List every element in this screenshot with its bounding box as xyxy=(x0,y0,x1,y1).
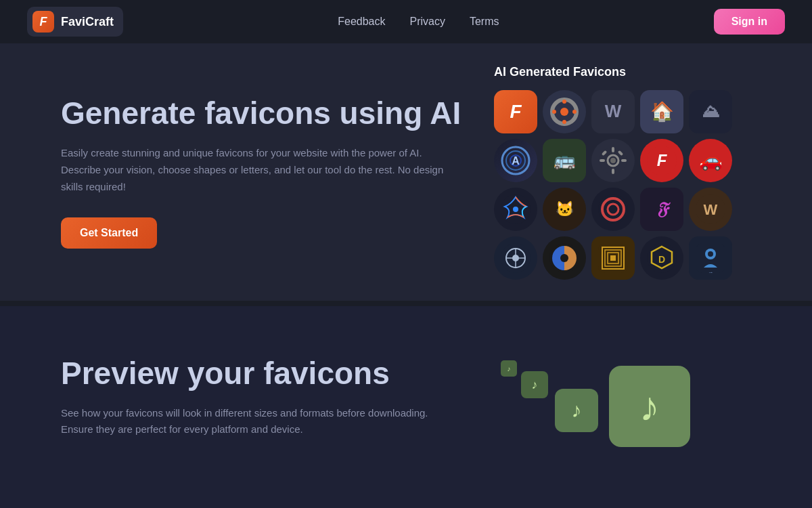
svg-text:D: D xyxy=(658,254,665,265)
favicon-3: W xyxy=(591,90,635,133)
svg-text:F: F xyxy=(657,151,668,169)
preview-icon-lg: ♪ xyxy=(609,366,690,447)
preview-title: Preview your favicons xyxy=(61,356,480,391)
svg-text:A: A xyxy=(512,155,520,167)
preview-icons-group: ♪ ♪ ♪ ♪ xyxy=(494,354,710,462)
hero-title: Generate favicons using AI xyxy=(61,96,480,131)
hero-content: Generate favicons using AI Easily create… xyxy=(61,68,480,275)
svg-rect-3 xyxy=(562,120,566,124)
svg-point-34 xyxy=(560,254,568,262)
favicon-12: 🐱 xyxy=(543,188,586,231)
svg-rect-14 xyxy=(612,169,614,174)
favicon-panel: AI Generated Favicons F W 🏠 ⛰ xyxy=(480,51,732,293)
header: F FaviCraft Feedback Privacy Terms Sign … xyxy=(0,0,812,43)
get-started-button[interactable]: Get Started xyxy=(61,217,157,249)
favicon-17 xyxy=(543,236,586,280)
svg-point-12 xyxy=(610,158,616,163)
svg-rect-5 xyxy=(572,110,577,114)
section-divider xyxy=(0,301,812,306)
svg-point-45 xyxy=(708,251,713,257)
favicon-grid: F W 🏠 ⛰ A xyxy=(494,90,732,280)
preview-content: Preview your favicons See how your favic… xyxy=(61,329,480,487)
logo-text: FaviCraft xyxy=(61,15,114,29)
preview-icon-xs: ♪ xyxy=(501,360,517,377)
favicon-8 xyxy=(591,139,635,182)
preview-panel: ♪ ♪ ♪ ♪ xyxy=(480,340,710,475)
favicon-14: 𝔉 xyxy=(640,188,683,231)
sign-in-button[interactable]: Sign in xyxy=(714,9,785,35)
nav-terms[interactable]: Terms xyxy=(470,16,499,28)
preview-description: See how your favicons will look in diffe… xyxy=(61,405,453,439)
favicon-panel-title: AI Generated Favicons xyxy=(494,65,732,79)
svg-text:→: → xyxy=(708,270,713,273)
main-nav: Feedback Privacy Terms xyxy=(338,16,499,28)
nav-feedback[interactable]: Feedback xyxy=(338,16,385,28)
nav-privacy[interactable]: Privacy xyxy=(409,16,445,28)
svg-rect-15 xyxy=(600,159,605,162)
hero-section: Generate favicons using AI Easily create… xyxy=(0,43,812,301)
svg-rect-39 xyxy=(610,255,616,261)
svg-rect-2 xyxy=(562,100,566,104)
svg-point-22 xyxy=(513,207,518,212)
preview-icon-sm: ♪ xyxy=(521,371,548,398)
favicon-19: D xyxy=(640,236,683,280)
favicon-5: ⛰ xyxy=(689,90,732,133)
favicon-15: W xyxy=(689,188,732,231)
svg-rect-4 xyxy=(552,110,556,114)
favicon-7: 🚌 xyxy=(543,139,586,182)
preview-icon-md: ♪ xyxy=(555,389,598,432)
svg-rect-16 xyxy=(621,159,627,162)
favicon-13 xyxy=(591,188,635,231)
favicon-6: A xyxy=(494,139,537,182)
svg-rect-13 xyxy=(612,147,614,152)
logo-icon: F xyxy=(32,11,54,33)
favicon-2 xyxy=(543,90,586,133)
favicon-18 xyxy=(591,236,635,280)
svg-point-1 xyxy=(560,108,568,116)
favicon-20: → xyxy=(689,236,732,280)
logo[interactable]: F FaviCraft xyxy=(27,7,123,37)
svg-text:W: W xyxy=(704,201,718,218)
favicon-9: F xyxy=(640,139,683,182)
preview-section: Preview your favicons See how your favic… xyxy=(0,306,812,508)
hero-description: Easily create stunning and unique favico… xyxy=(61,145,453,195)
favicon-16 xyxy=(494,236,537,280)
favicon-10: 🚗 xyxy=(689,139,732,182)
favicon-11 xyxy=(494,188,537,231)
favicon-4: 🏠 xyxy=(640,90,683,133)
favicon-1: F xyxy=(494,90,537,133)
